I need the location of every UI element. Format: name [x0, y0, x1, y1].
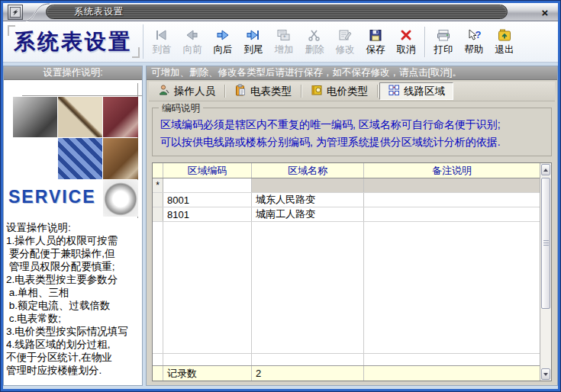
- instruction-line: c.电表常数;: [6, 312, 142, 325]
- grid-header-row: 区域编码 区域名称 备注说明: [153, 163, 540, 178]
- record-count-value: 2: [252, 366, 364, 381]
- line-area-icon: [388, 84, 400, 98]
- cell-name[interactable]: 城南工人路变: [252, 207, 364, 221]
- tab-bar: 操作人员 电表类型 电价类型: [149, 82, 555, 101]
- vertical-scrollbar[interactable]: [540, 163, 551, 381]
- exit-icon: [497, 27, 512, 43]
- tab-label: 操作人员: [174, 85, 215, 98]
- toolbar-button-label: 增加: [275, 43, 294, 56]
- row-selector-header: [153, 163, 163, 178]
- column-header-name[interactable]: 区域名称: [252, 163, 364, 178]
- new-row-code-cell[interactable]: [163, 178, 252, 192]
- edit-record-icon: [337, 27, 353, 43]
- toolbar-button-help[interactable]: ? 帮助: [459, 24, 489, 60]
- toolbar-button-go-previous[interactable]: 向前: [177, 24, 208, 60]
- photo-gloves: [103, 138, 138, 179]
- meter-type-icon: [234, 84, 247, 98]
- toolbar-button-add[interactable]: * 增加: [269, 24, 299, 60]
- toolbar-button-save[interactable]: 保存: [360, 24, 391, 60]
- go-first-icon: [154, 27, 169, 43]
- sidebar-body: SERVICE 设置操作说明: 1.操作人员的权限可按需 要分配便于兼职操作,但…: [4, 80, 142, 385]
- decor-line: [22, 95, 142, 96]
- instruction-line: 1.操作人员的权限可按需: [6, 234, 142, 247]
- grid-empty-row: [153, 353, 540, 365]
- instructions-text: 设置操作说明: 1.操作人员的权限可按需 要分配便于兼职操作,但 管理员权限分配…: [4, 218, 142, 377]
- header: 系统表设置 到首 向前 向后: [3, 21, 558, 63]
- tab-operators[interactable]: 操作人员: [150, 82, 223, 100]
- scroll-down-icon: [543, 373, 548, 376]
- grid-footer-row: 记录数 2: [153, 365, 540, 381]
- toolbar-button-cancel[interactable]: 取消: [391, 24, 421, 60]
- cell-note[interactable]: [364, 207, 540, 221]
- instruction-line: 3.电价类型按实际情况填写: [6, 325, 142, 338]
- toolbar-button-label: 向后: [214, 43, 233, 56]
- groupbox-text-line: 区域编码必须是辖区内不重复的唯一编码, 区域名称可自行命名便于识别;: [160, 116, 545, 133]
- photo-pen: [58, 97, 102, 137]
- cell-name[interactable]: 城东人民路变: [252, 193, 364, 207]
- record-count-label: 记录数: [163, 366, 252, 381]
- toolbar-button-label: 向前: [183, 43, 202, 56]
- grid-table: 区域编码 区域名称 备注说明 * 8001: [153, 163, 540, 381]
- titlebar[interactable]: 系统表设置 ×: [3, 3, 558, 21]
- toolbar-button-label: 退出: [495, 43, 514, 56]
- main-body: 操作人员 电表类型 电价类型: [147, 80, 557, 385]
- content-area: 设置操作说明: SERVICE 设置操作说明: 1.操作人员的权限可按需: [3, 63, 558, 389]
- toolbar-button-delete[interactable]: 删除: [299, 24, 330, 60]
- toolbar-button-print[interactable]: 打印: [428, 24, 459, 60]
- delete-record-icon: [307, 27, 322, 43]
- close-button[interactable]: ×: [538, 5, 552, 19]
- footer-note-cell: [364, 366, 540, 381]
- toolbar-button-edit[interactable]: 修改: [330, 24, 360, 60]
- groupbox-title: 编码说明: [159, 102, 203, 115]
- tab-price-type[interactable]: 电价类型: [303, 82, 376, 100]
- grid-row[interactable]: 8001 城东人民路变: [153, 193, 540, 207]
- go-next-icon: [215, 27, 231, 43]
- titlebar-pill: 系统表设置: [46, 5, 508, 19]
- svg-text:*: *: [283, 34, 286, 41]
- window-title: 系统表设置: [74, 5, 124, 18]
- grid-new-row[interactable]: *: [153, 178, 540, 193]
- tab-separator: [301, 85, 301, 98]
- go-previous-icon: [185, 27, 200, 43]
- tab-meter-type[interactable]: 电表类型: [227, 82, 299, 100]
- grid-row[interactable]: 8101 城南工人路变: [153, 207, 540, 222]
- toolbar-button-label: 帮助: [465, 43, 484, 56]
- scroll-down-button[interactable]: [541, 368, 550, 380]
- main-panel: 可增加、删除、修改各类型后请进行保存，如不保存修改，请点击[取消]。 操作人员: [146, 66, 558, 386]
- new-row-name-cell[interactable]: [252, 178, 364, 192]
- instruction-line: 4.线路区域的划分过粗,: [6, 338, 142, 351]
- new-row-marker: *: [153, 178, 163, 192]
- cell-code[interactable]: 8001: [163, 193, 252, 207]
- scroll-up-button[interactable]: [541, 164, 550, 175]
- column-header-note[interactable]: 备注说明: [364, 163, 540, 178]
- page-title: 系统表设置: [14, 27, 132, 56]
- toolbar-button-go-first[interactable]: 到首: [147, 24, 177, 60]
- new-row-note-cell[interactable]: [364, 178, 540, 192]
- scrollbar-track[interactable]: [540, 176, 551, 368]
- toolbar-button-exit[interactable]: 退出: [489, 24, 520, 60]
- svg-text:?: ?: [476, 29, 482, 40]
- footer-selector-cell: [153, 366, 163, 381]
- row-selector[interactable]: [153, 207, 163, 221]
- tab-line-area[interactable]: 线路区域: [379, 82, 453, 100]
- toolbar-button-go-next[interactable]: 向后: [208, 24, 238, 60]
- scrollbar-thumb[interactable]: [541, 178, 550, 309]
- price-type-icon: [311, 84, 323, 98]
- cell-code[interactable]: 8101: [163, 207, 252, 221]
- photo-collage: SERVICE: [4, 80, 142, 218]
- cancel-icon: [398, 27, 414, 43]
- toolbar-button-label: 删除: [305, 43, 324, 56]
- cell-note[interactable]: [364, 193, 540, 207]
- toolbar-button-go-last[interactable]: 到尾: [238, 24, 269, 60]
- app-window: 系统表设置 × 系统表设置 到首 向前: [0, 0, 561, 392]
- window-inner: 系统表设置 × 系统表设置 到首 向前: [3, 3, 558, 389]
- column-header-code[interactable]: 区域编码: [163, 163, 252, 178]
- sidebar: 设置操作说明: SERVICE 设置操作说明: 1.操作人员的权限可按需: [3, 66, 143, 386]
- photo-red-pens: [103, 97, 138, 137]
- toolbar-button-label: 修改: [336, 43, 355, 56]
- instruction-line: 设置操作说明:: [6, 221, 142, 234]
- data-grid: 区域编码 区域名称 备注说明 * 8001: [152, 162, 552, 381]
- toolbar-button-label: 到首: [153, 43, 172, 56]
- row-selector[interactable]: [153, 193, 163, 207]
- help-icon: ?: [466, 27, 482, 43]
